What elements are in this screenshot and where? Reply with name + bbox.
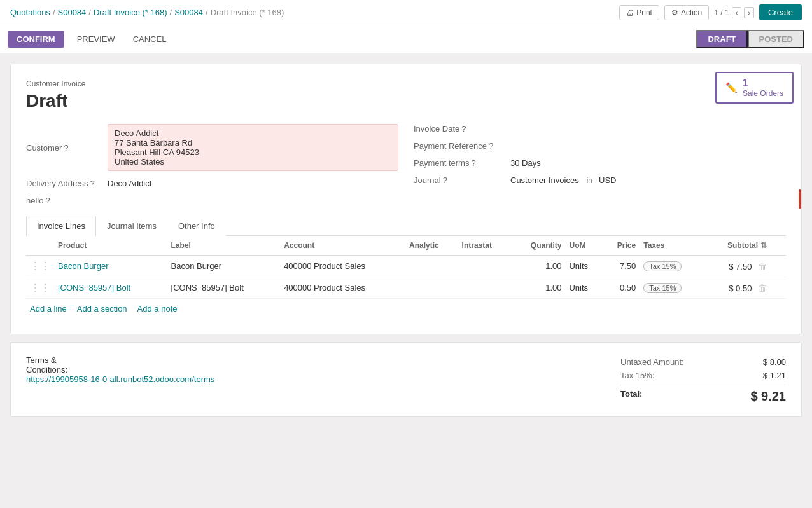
col-delete [771,236,786,256]
row-uom[interactable]: Units [565,277,603,299]
row-account[interactable]: 400000 Product Sales [280,277,405,299]
tab-invoice-lines[interactable]: Invoice Lines [26,216,96,236]
status-posted[interactable]: POSTED [748,30,804,48]
hello-help: ? [45,196,50,205]
col-uom: UoM [565,236,603,256]
delivery-value[interactable]: Deco Addict [108,179,151,188]
confirm-button[interactable]: CONFIRM [8,31,64,48]
tax-label: Tax 15%: [620,371,654,380]
customer-name: Deco Addict [115,128,391,138]
row-analytic[interactable] [405,256,458,277]
drag-handle-icon: ⋮⋮ [30,261,50,271]
gear-icon: ⚙ [671,8,678,17]
total-value: $ 9.21 [750,389,786,404]
tab-other-info[interactable]: Other Info [167,216,226,236]
invoice-date-row: Invoice Date ? [414,124,786,134]
col-analytic: Analytic [405,236,458,256]
customer-value[interactable]: Deco Addict 77 Santa Barbara Rd Pleasant… [108,124,398,171]
journal-value[interactable]: Customer Invoices in USD [510,175,616,185]
row-label[interactable]: Bacon Burger [167,256,281,277]
col-price: Price [603,236,640,256]
add-line-link[interactable]: Add a line [30,304,67,313]
table-row: ⋮⋮ Bacon Burger Bacon Burger 400000 Prod… [26,256,786,277]
create-button[interactable]: Create [759,4,802,20]
hello-label: hello ? [26,196,102,205]
payment-ref-row: Payment Reference ? [414,141,786,151]
tax-value: $ 1.21 [763,371,786,380]
print-button[interactable]: 🖨 Print [619,5,659,20]
row-label[interactable]: [CONS_85957] Bolt [167,277,281,299]
journal-label: Journal ? [414,175,503,185]
tab-journal-items[interactable]: Journal Items [96,216,167,236]
row-actions [771,277,786,299]
col-drag [26,236,54,256]
table-row: ⋮⋮ [CONS_85957] Bolt [CONS_85957] Bolt 4… [26,277,786,299]
customer-addr1: 77 Santa Barbara Rd [115,138,391,148]
row-quantity[interactable]: 1.00 [511,256,565,277]
row-account[interactable]: 400000 Product Sales [280,256,405,277]
delivery-field-row: Delivery Address ? Deco Addict [26,179,398,188]
row-quantity[interactable]: 1.00 [511,277,565,299]
action-button[interactable]: ⚙ Action [664,5,709,20]
sale-orders-badge[interactable]: ✏️ 1 Sale Orders [715,72,794,104]
payment-terms-label: Payment terms ? [414,158,503,168]
breadcrumb-draft-invoice-1[interactable]: Draft Invoice (* 168) [94,8,167,17]
preview-button[interactable]: PREVIEW [69,31,123,48]
row-price[interactable]: 0.50 [603,277,640,299]
row-price[interactable]: 7.50 [603,256,640,277]
terms-subtitle: Conditions: [26,365,67,374]
add-note-link[interactable]: Add a note [137,304,178,313]
untaxed-row: Untaxed Amount: $ 8.00 [620,355,786,369]
drag-handle-icon: ⋮⋮ [30,282,50,293]
column-settings-icon[interactable]: ⇅ [760,241,767,250]
breadcrumb-s00084-1[interactable]: S00084 [58,8,87,17]
col-intrastat: Intrastat [458,236,512,256]
hello-field-row: hello ? [26,196,398,205]
journal-row: Journal ? Customer Invoices in USD [414,175,786,185]
customer-label: Customer ? [26,124,102,171]
top-nav-right: 🖨 Print ⚙ Action 1 / 1 ‹ › Create [619,4,802,20]
action-bar: CONFIRM PREVIEW CANCEL DRAFT POSTED [0,25,812,53]
customer-help: ? [64,143,68,153]
next-page-button[interactable]: › [744,7,754,18]
totals-section: Untaxed Amount: $ 8.00 Tax 15%: $ 1.21 T… [620,355,786,404]
tax-badge[interactable]: Tax 15% [643,283,682,293]
terms-link[interactable]: https://19905958-16-0-all.runbot52.odoo.… [26,374,214,384]
row-actions [771,256,786,277]
row-product[interactable]: [CONS_85957] Bolt [54,277,167,299]
prev-page-button[interactable]: ‹ [732,7,742,18]
cancel-button[interactable]: CANCEL [125,31,174,48]
journal-currency-label: in [587,176,592,185]
col-subtotal: Subtotal ⇅ [704,236,771,255]
row-drag[interactable]: ⋮⋮ [26,277,54,299]
row-product[interactable]: Bacon Burger [54,256,167,277]
tax-row: Tax 15%: $ 1.21 [620,369,786,382]
row-uom[interactable]: Units [565,256,603,277]
invoice-type-label: Customer Invoice [26,79,786,88]
breadcrumb-s00084-2[interactable]: S00084 [174,8,203,17]
col-label: Label [167,236,281,256]
delete-row-icon[interactable]: 🗑 [758,283,767,293]
status-pills: DRAFT POSTED [696,30,804,48]
untaxed-value: $ 8.00 [763,357,786,367]
tax-badge[interactable]: Tax 15% [643,261,682,271]
pagination: 1 / 1 ‹ › [714,7,754,18]
status-draft[interactable]: DRAFT [696,30,747,48]
top-nav: Quotations / S00084 / Draft Invoice (* 1… [0,0,812,25]
row-intrastat[interactable] [458,256,512,277]
row-intrastat[interactable] [458,277,512,299]
printer-icon: 🖨 [626,8,634,17]
payment-ref-label: Payment Reference ? [414,141,503,151]
payment-terms-value[interactable]: 30 Days [510,158,541,168]
delete-row-icon[interactable]: 🗑 [758,261,767,271]
breadcrumb-quotations[interactable]: Quotations [10,8,50,17]
col-product: Product [54,236,167,256]
col-quantity: Quantity [511,236,565,256]
row-taxes: Tax 15% [640,256,704,277]
add-section-link[interactable]: Add a section [77,304,127,313]
row-drag[interactable]: ⋮⋮ [26,256,54,277]
payment-terms-row: Payment terms ? 30 Days [414,158,786,168]
breadcrumb: Quotations / S00084 / Draft Invoice (* 1… [10,8,284,17]
row-analytic[interactable] [405,277,458,299]
row-subtotal: $ 0.50 🗑 [704,277,771,299]
